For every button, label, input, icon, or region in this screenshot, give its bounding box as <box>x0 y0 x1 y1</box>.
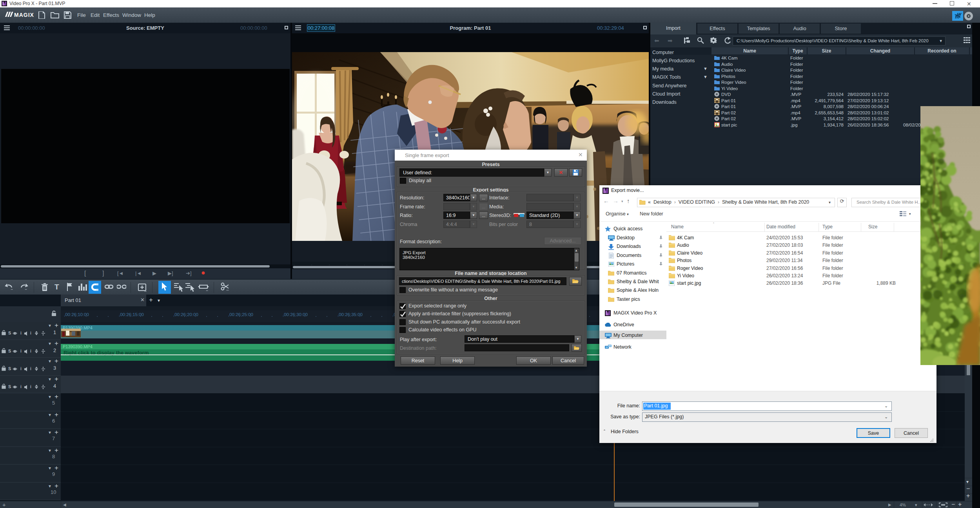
svg-text:i: i <box>20 367 22 371</box>
svg-text:S: S <box>8 349 11 353</box>
svg-text:i: i <box>30 349 31 353</box>
svg-text:i: i <box>20 331 22 335</box>
svg-text:MAGIX: MAGIX <box>14 12 34 18</box>
svg-text:i: i <box>30 385 31 389</box>
svg-text:i: i <box>30 331 31 335</box>
svg-text:i: i <box>30 367 31 371</box>
svg-text:S: S <box>8 331 11 335</box>
svg-text:S: S <box>8 384 11 389</box>
svg-text:i: i <box>20 349 22 353</box>
svg-text:S: S <box>8 366 11 371</box>
svg-text:i: i <box>20 385 22 389</box>
